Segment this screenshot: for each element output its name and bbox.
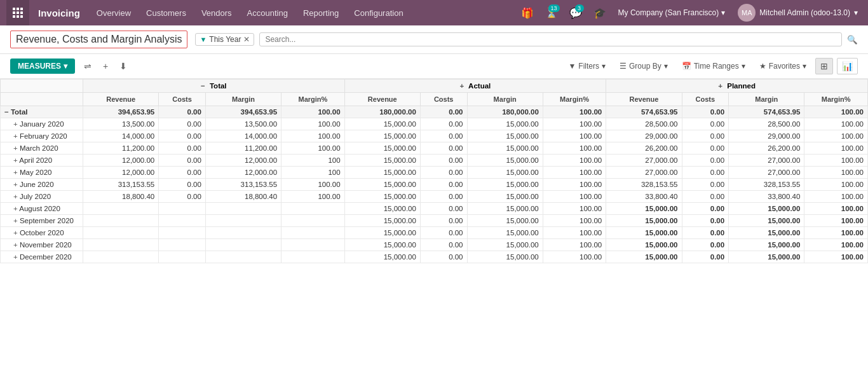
time-ranges-button[interactable]: 📅 Time Ranges ▾ <box>677 60 750 72</box>
svg-rect-8 <box>20 15 23 18</box>
group-by-button[interactable]: ☰ Group By ▾ <box>614 60 673 72</box>
month-total-costs: 0.00 <box>682 179 729 191</box>
nav-configuration[interactable]: Configuration <box>346 0 410 25</box>
month-planned-revenue: 15,000.00 <box>344 179 420 191</box>
month-planned-revenue: 15,000.00 <box>344 251 420 263</box>
minus-icon[interactable]: − <box>201 82 205 90</box>
month-actual-margin: 14,000.00 <box>205 130 281 142</box>
month-label: + February 2020 <box>1 130 83 142</box>
month-total-costs: 0.00 <box>682 191 729 203</box>
expand-month-icon[interactable]: + <box>13 253 18 261</box>
expand-month-icon[interactable]: + <box>13 144 18 152</box>
grid-view-button[interactable]: ⊞ <box>815 58 833 74</box>
month-planned-costs: 0.00 <box>420 167 467 179</box>
month-actual-revenue <box>83 239 159 251</box>
add-icon[interactable]: + <box>100 59 111 74</box>
col-actual-margin: Margin <box>205 93 281 106</box>
month-label: + January 2020 <box>1 118 83 130</box>
month-planned-revenue: 15,000.00 <box>344 155 420 167</box>
calendar-icon[interactable]: 🎓 <box>590 3 609 22</box>
month-total-revenue: 15,000.00 <box>606 215 682 227</box>
gift-icon[interactable]: 🎁 <box>518 3 537 22</box>
month-planned-margin: 15,000.00 <box>467 215 543 227</box>
clock-icon[interactable]: ⏳ 13 <box>542 3 561 22</box>
month-planned-costs: 0.00 <box>420 155 467 167</box>
month-planned-margin: 15,000.00 <box>467 179 543 191</box>
expand-month-icon[interactable]: + <box>13 120 18 128</box>
month-total-marginpct: 100.00 <box>804 167 868 179</box>
search-button[interactable]: 🔍 <box>847 35 858 45</box>
table-row: + April 2020 12,000.00 0.00 12,000.00 10… <box>1 155 868 167</box>
nav-accounting[interactable]: Accounting <box>240 0 295 25</box>
month-actual-costs <box>159 251 206 263</box>
plus-actual-icon[interactable]: + <box>460 82 465 90</box>
nav-vendors[interactable]: Vendors <box>194 0 240 25</box>
month-actual-costs <box>159 215 206 227</box>
table-row: + June 2020 313,153.55 0.00 313,153.55 1… <box>1 179 868 191</box>
star-icon: ★ <box>759 62 766 71</box>
measures-button[interactable]: MEASURES ▾ <box>10 59 75 74</box>
month-total-marginpct: 100.00 <box>804 118 868 130</box>
month-label: + November 2020 <box>1 239 83 251</box>
navbar-right: 🎁 ⏳ 13 💬 3 🎓 My Company (San Francisco) … <box>518 3 862 22</box>
search-input[interactable] <box>259 32 842 46</box>
col-total-marginpct: Margin% <box>804 93 868 106</box>
month-actual-costs: 0.00 <box>159 179 206 191</box>
svg-rect-5 <box>20 11 23 14</box>
total-actual-costs: 0.00 <box>159 106 206 118</box>
header-bar: Revenue, Costs and Margin Analysis ▼ Thi… <box>0 25 868 54</box>
chart-view-button[interactable]: 📊 <box>837 58 858 74</box>
total-total-revenue: 574,653.95 <box>606 106 682 118</box>
data-table: − Total + Actual + Planned Revenue C <box>0 79 868 263</box>
month-actual-costs <box>159 203 206 215</box>
download-icon[interactable]: ⬇ <box>117 59 130 74</box>
collapse-total-icon[interactable]: − <box>4 108 9 116</box>
adjust-icon[interactable]: ⇌ <box>81 59 94 74</box>
expand-month-icon[interactable]: + <box>13 241 18 249</box>
month-actual-marginpct: 100 <box>281 155 344 167</box>
company-selector[interactable]: My Company (San Francisco) ▾ <box>614 8 729 17</box>
month-actual-marginpct <box>281 215 344 227</box>
favorites-button[interactable]: ★ Favorites ▾ <box>754 60 811 72</box>
app-brand: Invoicing <box>29 8 89 18</box>
plus-planned-icon[interactable]: + <box>718 82 722 90</box>
month-label: + July 2020 <box>1 191 83 203</box>
total-total-costs: 0.00 <box>682 106 729 118</box>
nav-reporting[interactable]: Reporting <box>295 0 346 25</box>
month-total-costs: 0.00 <box>682 155 729 167</box>
user-chevron-icon: ▾ <box>854 8 858 17</box>
expand-month-icon[interactable]: + <box>13 132 18 140</box>
month-planned-costs: 0.00 <box>420 130 467 142</box>
expand-month-icon[interactable]: + <box>13 181 18 188</box>
nav-overview[interactable]: Overview <box>89 0 139 25</box>
expand-month-icon[interactable]: + <box>13 156 18 164</box>
chat-icon[interactable]: 💬 3 <box>566 3 585 22</box>
month-actual-revenue: 11,200.00 <box>83 142 159 155</box>
month-total-revenue: 26,200.00 <box>606 142 682 155</box>
month-actual-marginpct: 100.00 <box>281 191 344 203</box>
expand-month-icon[interactable]: + <box>13 217 18 224</box>
month-planned-marginpct: 100.00 <box>543 130 606 142</box>
month-planned-margin: 15,000.00 <box>467 191 543 203</box>
filters-button[interactable]: ▼ Filters ▾ <box>563 60 611 72</box>
filter-remove-icon[interactable]: ✕ <box>243 35 250 44</box>
filter-tag-this-year[interactable]: ▼ This Year ✕ <box>195 33 254 46</box>
user-menu[interactable]: MA Mitchell Admin (odoo-13.0) ▾ <box>734 4 862 22</box>
expand-month-icon[interactable]: + <box>13 193 18 200</box>
total-planned-revenue: 180,000.00 <box>344 106 420 118</box>
calendar-small-icon: 📅 <box>682 62 691 71</box>
time-ranges-label: Time Ranges <box>694 62 739 71</box>
group-by-chevron-icon: ▾ <box>664 62 668 71</box>
apps-menu-button[interactable] <box>6 0 29 25</box>
nav-customers[interactable]: Customers <box>139 0 194 25</box>
expand-month-icon[interactable]: + <box>13 169 18 176</box>
svg-rect-1 <box>17 8 19 10</box>
expand-month-icon[interactable]: + <box>13 205 18 212</box>
toolbar-right: ▼ Filters ▾ ☰ Group By ▾ 📅 Time Ranges ▾… <box>563 58 858 74</box>
month-actual-margin: 313,153.55 <box>205 179 281 191</box>
month-planned-revenue: 15,000.00 <box>344 191 420 203</box>
month-label: + August 2020 <box>1 203 83 215</box>
page-content: Revenue, Costs and Margin Analysis ▼ Thi… <box>0 25 868 386</box>
expand-month-icon[interactable]: + <box>13 229 18 237</box>
month-total-marginpct: 100.00 <box>804 179 868 191</box>
